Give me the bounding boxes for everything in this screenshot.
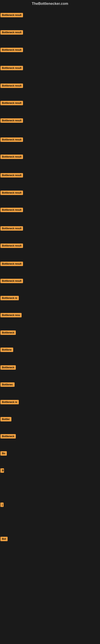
bottleneck-item-6: Bottleneck result <box>0 101 23 106</box>
bottleneck-badge: Bottleneck result <box>0 244 23 248</box>
bottleneck-badge: Bottleneck result <box>0 190 23 195</box>
bottleneck-item-18: Bottleneck resu <box>0 313 22 318</box>
bottleneck-item-9: Bottleneck result <box>0 154 23 160</box>
site-title: TheBottlenecker.com <box>0 0 100 8</box>
bottleneck-item-29: Bot <box>0 537 8 542</box>
bottleneck-item-10: Bottleneck result <box>0 173 23 178</box>
bottleneck-badge: Bottleneck result <box>0 138 23 142</box>
bottleneck-badge: Bottleneck result <box>0 208 23 212</box>
bottleneck-badge: Bo <box>0 451 7 456</box>
bottleneck-item-12: Bottleneck result <box>0 208 23 213</box>
bottleneck-item-13: Bottleneck result <box>0 226 23 232</box>
bottleneck-badge: Bottleneck result <box>0 30 23 34</box>
bottleneck-badge: Bottler <box>0 417 11 422</box>
bottleneck-item-16: Bottleneck result <box>0 279 23 284</box>
bottleneck-item-22: Bottlenec <box>0 382 15 388</box>
bottleneck-item-23: Bottleneck re <box>0 400 19 405</box>
bottleneck-badge: Bottleneck <box>0 365 16 370</box>
bottleneck-item-27: B <box>0 468 4 474</box>
bottleneck-item-20: Bottlene <box>0 348 13 353</box>
bottleneck-badge: Bottleneck <box>0 330 16 335</box>
bottleneck-badge: Bottleneck result <box>0 13 23 17</box>
bottleneck-item-11: Bottleneck result <box>0 190 23 196</box>
bottleneck-badge: Bottlenec <box>0 382 15 387</box>
bottleneck-badge: Bottleneck re <box>0 400 19 404</box>
bottleneck-item-7: Bottleneck result <box>0 118 23 124</box>
bottleneck-item-28: | <box>0 502 3 508</box>
bottleneck-badge: Bottleneck re <box>0 296 19 300</box>
bottleneck-badge: Bottleneck result <box>0 154 23 159</box>
bottleneck-item-24: Bottler <box>0 417 11 422</box>
bottleneck-badge: | <box>0 502 3 507</box>
bottleneck-item-15: Bottleneck result <box>0 262 23 267</box>
bottleneck-badge: Bottleneck result <box>0 118 23 123</box>
bottleneck-badge: Bot <box>0 537 8 541</box>
bottleneck-item-3: Bottleneck result <box>0 48 23 53</box>
bottleneck-badge: Bottleneck result <box>0 101 23 105</box>
bottleneck-badge: Bottlene <box>0 348 13 352</box>
bottleneck-item-26: Bo <box>0 451 7 456</box>
bottleneck-badge: Bottleneck result <box>0 84 23 88</box>
bottleneck-badge: Bottleneck resu <box>0 313 22 317</box>
bottleneck-badge: Bottleneck result <box>0 173 23 178</box>
bottleneck-item-4: Bottleneck result <box>0 66 23 71</box>
bottleneck-item-1: Bottleneck result <box>0 13 23 18</box>
bottleneck-item-8: Bottleneck result <box>0 138 23 143</box>
bottleneck-badge: Bottleneck result <box>0 48 23 52</box>
bottleneck-badge: Bottleneck <box>0 434 16 438</box>
bottleneck-badge: Bottleneck result <box>0 279 23 283</box>
bottleneck-item-2: Bottleneck result <box>0 30 23 36</box>
bottleneck-badge: B <box>0 468 4 473</box>
bottleneck-badge: Bottleneck result <box>0 226 23 231</box>
bottleneck-badge: Bottleneck result <box>0 262 23 266</box>
bottleneck-item-21: Bottleneck <box>0 365 16 370</box>
bottleneck-item-25: Bottleneck <box>0 434 16 439</box>
bottleneck-item-14: Bottleneck result <box>0 244 23 249</box>
bottleneck-item-17: Bottleneck re <box>0 296 19 301</box>
bottleneck-item-5: Bottleneck result <box>0 84 23 89</box>
bottleneck-badge: Bottleneck result <box>0 66 23 70</box>
bottleneck-item-19: Bottleneck <box>0 330 16 336</box>
